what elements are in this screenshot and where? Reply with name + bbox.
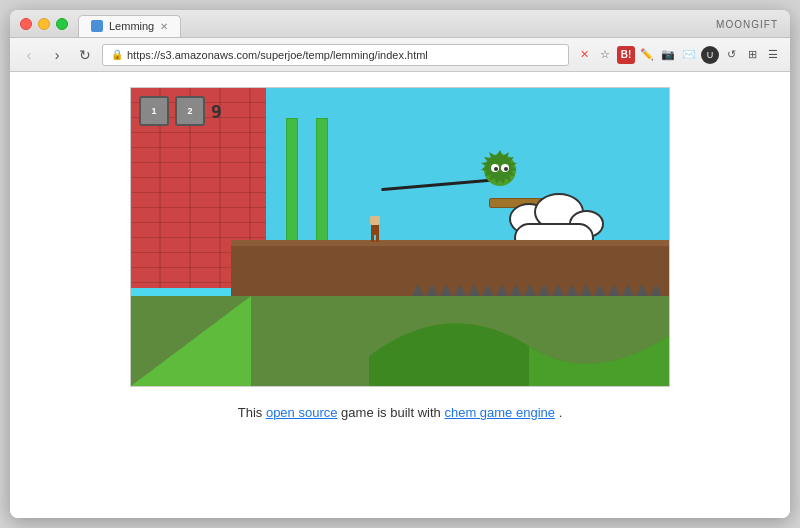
platform-brown-top [231, 240, 669, 246]
page-description: This open source game is built with chem… [238, 405, 563, 420]
hill-svg [369, 286, 669, 386]
toolbar-icons: ✕ ☆ B! ✏️ 📷 ✉️ U ↺ ⊞ ☰ [575, 46, 782, 64]
tab-label: Lemming [109, 20, 154, 32]
reload-button[interactable]: ↻ [74, 44, 96, 66]
game-character [366, 213, 384, 243]
toolbar-menu[interactable]: ☰ [764, 46, 782, 64]
hud-box-2: 2 [175, 96, 205, 126]
back-button[interactable]: ‹ [18, 44, 40, 66]
url-text: https://s3.amazonaws.com/superjoe/temp/l… [127, 49, 428, 61]
toolbar-ext-camera[interactable]: 📷 [659, 46, 677, 64]
game-scene: 1 2 9 [131, 88, 669, 386]
toolbar-ext-pencil[interactable]: ✏️ [638, 46, 656, 64]
reload-icon: ↻ [79, 47, 91, 63]
description-before: This [238, 405, 266, 420]
desktop: Lemming ✕ MOONGIFT ‹ › ↻ 🔒 https://s3.am… [0, 0, 800, 528]
svg-rect-8 [371, 235, 374, 242]
open-source-link[interactable]: open source [266, 405, 338, 420]
svg-rect-9 [376, 235, 379, 242]
browser-tab[interactable]: Lemming ✕ [78, 15, 181, 37]
hud: 1 2 9 [139, 96, 222, 126]
lock-icon: 🔒 [111, 49, 123, 60]
toolbar-ext-mail[interactable]: ✉️ [680, 46, 698, 64]
back-icon: ‹ [27, 47, 32, 63]
game-container[interactable]: 1 2 9 [130, 87, 670, 387]
hud-box-1: 1 [139, 96, 169, 126]
description-middle: game is built with [341, 405, 444, 420]
title-bar: Lemming ✕ MOONGIFT [10, 10, 790, 38]
description-after: . [559, 405, 563, 420]
close-button[interactable] [20, 18, 32, 30]
minimize-button[interactable] [38, 18, 50, 30]
svg-point-4 [494, 167, 498, 171]
forward-icon: › [55, 47, 60, 63]
window-title: MOONGIFT [716, 18, 778, 29]
tab-bar: Lemming ✕ [78, 10, 181, 37]
hud-box-2-label: 2 [187, 106, 192, 116]
address-bar[interactable]: 🔒 https://s3.amazonaws.com/superjoe/temp… [102, 44, 569, 66]
tab-favicon [91, 20, 103, 32]
hud-count: 9 [211, 101, 222, 122]
chem-engine-link[interactable]: chem game engine [444, 405, 555, 420]
stop-icon[interactable]: ✕ [575, 46, 593, 64]
svg-point-5 [504, 167, 508, 171]
traffic-lights [20, 18, 68, 30]
toolbar-ext-b[interactable]: B! [617, 46, 635, 64]
bookmark-icon[interactable]: ☆ [596, 46, 614, 64]
tab-close-button[interactable]: ✕ [160, 21, 168, 32]
toolbar-ext-layers[interactable]: ⊞ [743, 46, 761, 64]
page-content: 1 2 9 [10, 72, 790, 518]
toolbar-ext-u[interactable]: U [701, 46, 719, 64]
monster [479, 148, 519, 188]
browser-window: Lemming ✕ MOONGIFT ‹ › ↻ 🔒 https://s3.am… [10, 10, 790, 518]
hud-box-1-label: 1 [151, 106, 156, 116]
forward-button[interactable]: › [46, 44, 68, 66]
nav-bar: ‹ › ↻ 🔒 https://s3.amazonaws.com/superjo… [10, 38, 790, 72]
toolbar-ext-refresh[interactable]: ↺ [722, 46, 740, 64]
svg-rect-7 [370, 216, 380, 225]
maximize-button[interactable] [56, 18, 68, 30]
